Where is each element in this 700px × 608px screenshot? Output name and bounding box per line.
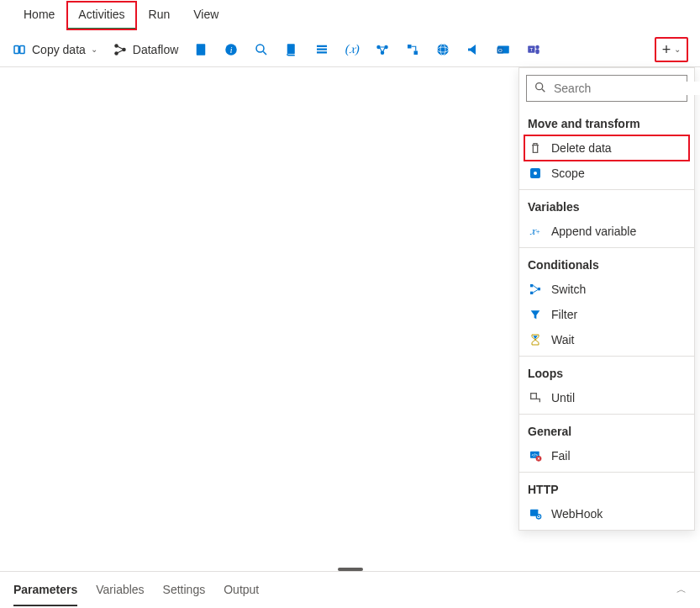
- svg-text:T: T: [530, 46, 534, 51]
- svg-rect-34: [531, 394, 537, 399]
- pipeline-icon[interactable]: [375, 42, 390, 57]
- item-delete-data[interactable]: Delete data: [524, 135, 689, 161]
- add-activity-button[interactable]: + ⌄: [655, 37, 688, 62]
- switch-icon: [528, 282, 543, 297]
- svg-rect-17: [414, 50, 418, 55]
- svg-rect-31: [530, 284, 533, 287]
- svg-point-30: [534, 172, 537, 175]
- svg-rect-10: [317, 45, 327, 46]
- teams-icon[interactable]: T: [526, 42, 541, 57]
- scope-icon: [528, 166, 543, 181]
- bottom-tabs: Parameters Variables Settings Output ︿: [0, 571, 700, 608]
- btab-parameters[interactable]: Parameters: [13, 574, 77, 606]
- divider: [519, 247, 694, 248]
- section-loops: Loops: [519, 360, 694, 385]
- svg-text:i: i: [230, 45, 233, 54]
- svg-rect-16: [408, 45, 412, 49]
- search-input[interactable]: [554, 82, 700, 95]
- svg-point-8: [256, 45, 264, 52]
- svg-rect-5: [197, 44, 206, 56]
- svg-rect-0: [14, 45, 18, 53]
- divider: [519, 356, 694, 357]
- section-http: HTTP: [519, 476, 694, 501]
- svg-rect-12: [317, 51, 327, 53]
- chevron-down-icon: ⌄: [674, 45, 681, 54]
- section-variables: Variables: [519, 193, 694, 219]
- snap-icon[interactable]: [405, 42, 420, 57]
- svg-rect-11: [317, 48, 327, 50]
- item-label: Wait: [551, 333, 574, 346]
- item-fail[interactable]: </> Fail: [519, 443, 694, 468]
- item-label: Until: [551, 391, 575, 404]
- script-icon[interactable]: [284, 42, 299, 57]
- section-conditionals: Conditionals: [519, 251, 694, 277]
- top-tabs: Home Activities Run View: [0, 0, 700, 32]
- btab-output[interactable]: Output: [224, 574, 259, 606]
- search-icon: [534, 81, 547, 97]
- tab-view[interactable]: View: [182, 1, 230, 30]
- item-append-variable[interactable]: 𝑥+ Append variable: [519, 219, 694, 244]
- variable-icon[interactable]: (𝑥): [345, 42, 360, 57]
- item-label: WebHook: [551, 507, 603, 521]
- search-box[interactable]: [526, 75, 687, 102]
- fail-icon: </>: [528, 448, 543, 463]
- search-zoom-icon[interactable]: [254, 42, 269, 57]
- item-label: Filter: [551, 308, 577, 321]
- divider: [519, 189, 694, 190]
- svg-rect-9: [287, 44, 295, 54]
- divider: [519, 472, 694, 473]
- copy-data-icon: [12, 42, 27, 57]
- item-label: Delete data: [551, 141, 612, 155]
- canvas[interactable]: Move and transform Delete data Scope Var…: [0, 67, 700, 568]
- item-webhook[interactable]: WebHook: [519, 501, 694, 526]
- divider: [519, 414, 694, 415]
- svg-point-2: [114, 44, 118, 48]
- tab-activities[interactable]: Activities: [66, 1, 136, 30]
- dataflow-button[interactable]: Dataflow: [113, 42, 178, 57]
- svg-rect-32: [530, 292, 533, 294]
- item-label: Fail: [551, 449, 571, 463]
- item-scope[interactable]: Scope: [519, 161, 694, 186]
- item-wait[interactable]: Wait: [519, 327, 694, 352]
- tab-home[interactable]: Home: [12, 1, 66, 30]
- svg-rect-27: [536, 49, 540, 54]
- btab-variables[interactable]: Variables: [96, 574, 144, 606]
- btab-settings[interactable]: Settings: [163, 574, 206, 606]
- expand-panel-button[interactable]: ︿: [676, 583, 687, 597]
- svg-point-40: [538, 515, 539, 517]
- svg-point-4: [122, 47, 126, 51]
- dataflow-icon: [113, 42, 128, 57]
- item-until[interactable]: Until: [519, 385, 694, 410]
- append-variable-icon: 𝑥+: [528, 224, 543, 239]
- item-label: Append variable: [551, 225, 636, 238]
- svg-text:O: O: [498, 48, 503, 53]
- item-switch[interactable]: Switch: [519, 277, 694, 302]
- item-label: Scope: [551, 167, 585, 180]
- list-icon[interactable]: [314, 42, 329, 57]
- svg-point-15: [381, 50, 385, 55]
- megaphone-icon[interactable]: [466, 42, 481, 57]
- until-icon: [528, 390, 543, 405]
- svg-point-18: [438, 44, 450, 56]
- svg-point-26: [536, 45, 540, 49]
- copy-data-button[interactable]: Copy data ⌄: [12, 42, 97, 57]
- filter-icon: [528, 307, 543, 322]
- globe-icon[interactable]: [435, 42, 450, 57]
- toolbar: Copy data ⌄ Dataflow i (𝑥) O T + ⌄: [0, 32, 700, 67]
- chevron-down-icon: ⌄: [91, 45, 97, 54]
- svg-rect-1: [20, 45, 24, 53]
- activity-dropdown-panel: Move and transform Delete data Scope Var…: [518, 67, 695, 531]
- hourglass-icon: [528, 332, 543, 347]
- section-general: General: [519, 418, 694, 443]
- section-move-transform: Move and transform: [519, 110, 694, 135]
- info-icon[interactable]: i: [224, 42, 239, 57]
- notebook-icon[interactable]: [193, 42, 208, 57]
- copy-data-label: Copy data: [32, 43, 86, 56]
- item-filter[interactable]: Filter: [519, 302, 694, 327]
- svg-point-3: [114, 51, 118, 56]
- tab-run[interactable]: Run: [137, 1, 182, 30]
- dataflow-label: Dataflow: [133, 43, 178, 56]
- outlook-icon[interactable]: O: [496, 42, 511, 57]
- webhook-icon: [528, 506, 543, 521]
- svg-rect-33: [538, 288, 540, 290]
